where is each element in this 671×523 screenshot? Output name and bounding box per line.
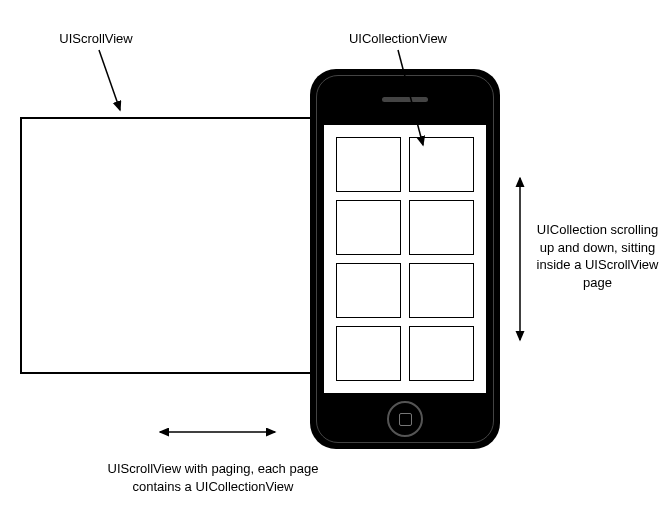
svg-line-1 [398,50,423,145]
arrow-scrollview-icon [0,0,671,523]
svg-line-0 [99,50,120,110]
